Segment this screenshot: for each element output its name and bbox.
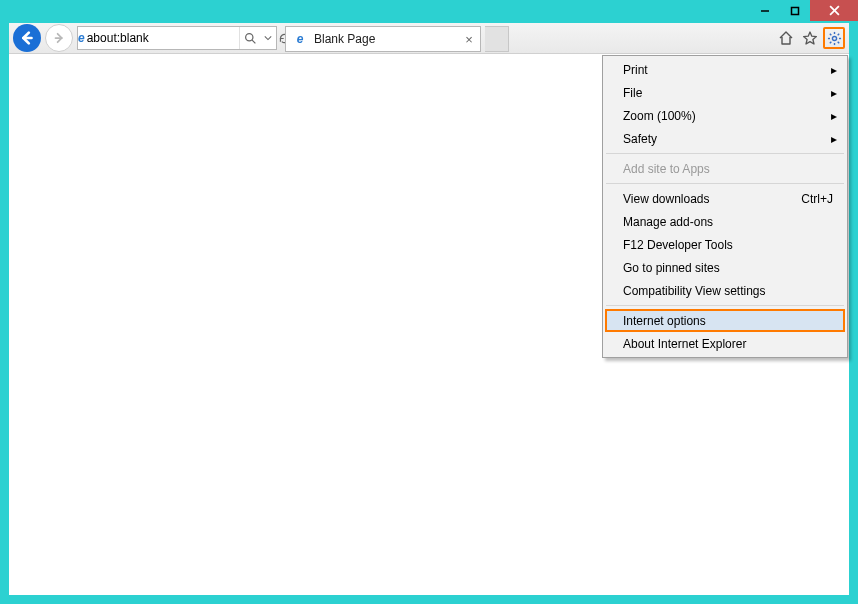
favorites-icon[interactable]: [799, 27, 821, 49]
menu-safety[interactable]: Safety▸: [605, 127, 845, 150]
submenu-arrow-icon: ▸: [831, 132, 837, 146]
submenu-arrow-icon: ▸: [831, 109, 837, 123]
menu-pinned-sites[interactable]: Go to pinned sites: [605, 256, 845, 279]
menu-print[interactable]: Print▸: [605, 58, 845, 81]
svg-point-8: [832, 36, 836, 40]
menu-separator: [606, 305, 844, 306]
menu-internet-options[interactable]: Internet options: [605, 309, 845, 332]
submenu-arrow-icon: ▸: [831, 63, 837, 77]
svg-line-15: [829, 41, 831, 43]
close-button[interactable]: [810, 0, 858, 21]
browser-tab[interactable]: e Blank Page ×: [285, 26, 481, 52]
svg-rect-1: [792, 7, 799, 14]
svg-line-13: [829, 33, 831, 35]
menu-separator: [606, 183, 844, 184]
tab-title: Blank Page: [314, 32, 458, 46]
menu-f12-devtools[interactable]: F12 Developer Tools: [605, 233, 845, 256]
ie-page-icon: e: [78, 32, 85, 44]
menu-about-ie[interactable]: About Internet Explorer: [605, 332, 845, 355]
back-button[interactable]: [13, 24, 41, 52]
dropdown-icon[interactable]: [262, 27, 274, 49]
menu-add-site: Add site to Apps: [605, 157, 845, 180]
home-icon[interactable]: [775, 27, 797, 49]
menu-compat-view[interactable]: Compatibility View settings: [605, 279, 845, 302]
svg-line-7: [252, 40, 255, 43]
browser-chrome: e e Blank Page ×: [9, 23, 849, 595]
tools-menu: Print▸ File▸ Zoom (100%)▸ Safety▸ Add si…: [602, 55, 848, 358]
menu-manage-addons[interactable]: Manage add-ons: [605, 210, 845, 233]
submenu-arrow-icon: ▸: [831, 86, 837, 100]
toolbar: e e Blank Page ×: [9, 23, 849, 54]
window-titlebar: [0, 0, 858, 23]
address-input[interactable]: [85, 28, 239, 48]
menu-zoom[interactable]: Zoom (100%)▸: [605, 104, 845, 127]
address-bar[interactable]: e: [77, 26, 277, 50]
svg-point-6: [246, 33, 253, 40]
menu-file[interactable]: File▸: [605, 81, 845, 104]
menu-view-downloads[interactable]: View downloadsCtrl+J: [605, 187, 845, 210]
forward-button[interactable]: [45, 24, 73, 52]
browser-window: e e Blank Page ×: [0, 0, 858, 604]
svg-line-14: [837, 41, 839, 43]
search-icon[interactable]: [240, 27, 262, 49]
toolbar-right-icons: [775, 27, 845, 49]
menu-separator: [606, 153, 844, 154]
menu-shortcut: Ctrl+J: [801, 192, 833, 206]
new-tab-button[interactable]: [485, 26, 509, 52]
minimize-button[interactable]: [750, 0, 780, 21]
tools-gear-icon[interactable]: [823, 27, 845, 49]
ie-page-icon: e: [290, 33, 310, 45]
svg-line-16: [837, 33, 839, 35]
tab-close-icon[interactable]: ×: [462, 32, 476, 46]
maximize-button[interactable]: [780, 0, 810, 21]
